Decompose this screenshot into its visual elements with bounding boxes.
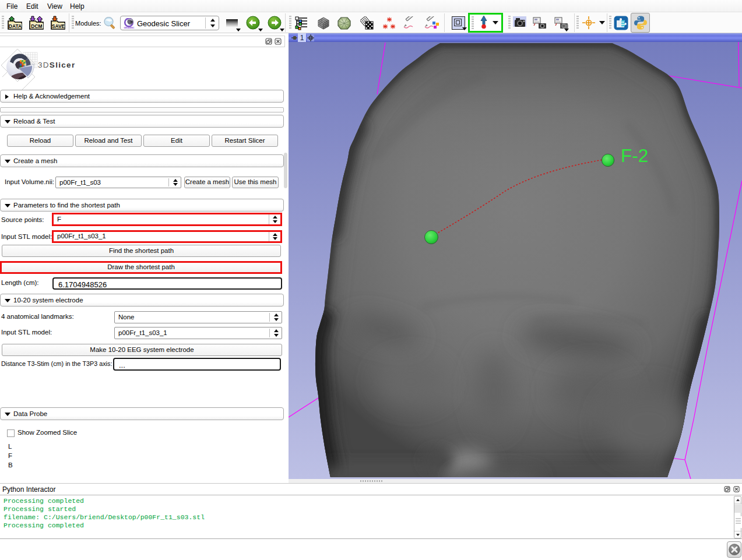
svg-text:DCM: DCM <box>31 23 42 29</box>
svg-text:SAVE: SAVE <box>52 23 65 29</box>
svg-text:GEODESIC: GEODESIC <box>124 27 135 29</box>
svg-text:F-2: F-2 <box>621 145 648 166</box>
svg-text:DATA: DATA <box>9 23 22 29</box>
